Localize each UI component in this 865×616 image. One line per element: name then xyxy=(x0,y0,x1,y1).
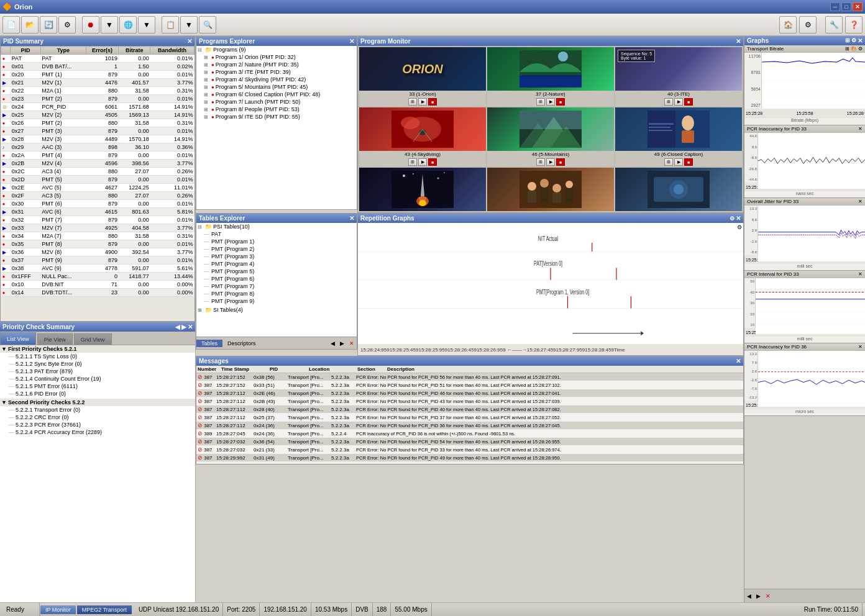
si-expand[interactable]: ⊞ xyxy=(198,307,204,313)
table-pmt4[interactable]: — PMT (Program 4) xyxy=(196,260,357,268)
table-row[interactable]: ▶ 0x28 M2V (3) 4489 1570.18 14.91% xyxy=(1,135,195,143)
tables-nav-right[interactable]: ▶ xyxy=(337,340,347,346)
thumb-img-nature[interactable] xyxy=(487,47,614,91)
pcr-inaccuracy-33-close[interactable]: ✕ xyxy=(858,126,863,132)
toolbar-capture[interactable]: 📋 xyxy=(162,16,179,34)
thumb-btn-zoom-37[interactable]: ⊞ xyxy=(536,98,545,106)
toolbar-open[interactable]: 📂 xyxy=(21,16,39,34)
list-item[interactable]: ⊘ 387 15:28:27:112 0x25 (37) Transport [… xyxy=(196,414,743,422)
table-row[interactable]: ● 0x2A PMT (4) 879 0.00 0.01% xyxy=(1,152,195,160)
program-5[interactable]: ⊞ ● Program 5/ Mountains (PMT PID: 45) xyxy=(196,83,357,91)
program-1[interactable]: ⊞ ● Program 1/ Orion (PMT PID: 32) xyxy=(196,53,357,61)
thumb-img-skydiving[interactable] xyxy=(359,107,486,151)
table-row[interactable]: ● 0x26 PMT (2) 880 31.58 0.31% xyxy=(1,119,195,127)
table-pmt6[interactable]: — PMT (Program 6) xyxy=(196,275,357,283)
table-pmt8[interactable]: — PMT (Program 8) xyxy=(196,290,357,297)
program-7[interactable]: ⊞ ● Program 7/ Launch (PMT PID: 50) xyxy=(196,98,357,106)
program-3[interactable]: ⊞ ● Program 3/ ITE (PMT PID: 39) xyxy=(196,68,357,76)
thumb-img-orion[interactable]: ORION xyxy=(359,47,486,91)
thumb-btn-play-46[interactable]: ▶ xyxy=(546,158,555,166)
priority-nav-left[interactable]: ◀ xyxy=(175,324,180,330)
tb-settings[interactable]: ⚙ xyxy=(858,46,863,52)
toolbar-help[interactable]: ❓ xyxy=(845,16,863,34)
table-row[interactable]: ● 0x1FFF NULL Pac... 0 1418.77 13.44% xyxy=(1,273,195,281)
thumb-img-launch[interactable] xyxy=(359,168,486,211)
table-row[interactable]: ● 0x23 PMT (2) 879 0.00 0.01% xyxy=(1,95,195,103)
thumb-btn-stop-43[interactable]: ■ xyxy=(428,158,437,166)
table-pat[interactable]: — PAT xyxy=(196,230,357,238)
table-row[interactable]: ● 0x01 DVB BAT/... 1 1.50 0.02% xyxy=(1,63,195,71)
thumb-btn-play-43[interactable]: ▶ xyxy=(418,158,427,166)
minimize-button[interactable]: ─ xyxy=(830,2,840,11)
list-item[interactable]: ⊘ 387 15:28:28:952 0x38 (56) Transport [… xyxy=(196,462,743,464)
table-pmt9[interactable]: — PMT (Program 9) xyxy=(196,297,357,305)
tables-tree-scroll[interactable]: ⊟ 📁 PSI Tables(10) — PAT — PMT (Program … xyxy=(196,223,357,337)
table-row[interactable]: ● 0x2D PMT (5) 879 0.00 0.01% xyxy=(1,176,195,184)
tables-nav-left[interactable]: ◀ xyxy=(328,340,337,346)
prog5-expand[interactable]: ⊞ xyxy=(204,84,210,90)
pcr-interval-33-close[interactable]: ✕ xyxy=(858,271,863,277)
toolbar-dropdown1[interactable]: ▼ xyxy=(101,16,118,34)
toolbar-new[interactable]: 📄 xyxy=(2,16,20,34)
graphs-settings[interactable]: ⚙ xyxy=(851,37,856,44)
list-item[interactable]: ⊘ 387 15:28:27:032 0x21 (33) Transport [… xyxy=(196,446,743,454)
programs-tree-scroll[interactable]: ⊟ 📁 Programs (9) ⊞ ● Program 1/ Orion (P… xyxy=(196,46,357,209)
tab-mpeg2-transport[interactable]: MPEG2 Transport xyxy=(77,605,132,614)
rep-scroll-btn[interactable]: ⚙ xyxy=(737,224,742,230)
program-8[interactable]: ⊞ ● Program 8/ People (PMT PID: 53) xyxy=(196,106,357,113)
list-item[interactable]: ⊘ 389 15:28:27:045 0x24 (36) Transport [… xyxy=(196,430,743,438)
thumb-btn-play-49[interactable]: ▶ xyxy=(674,158,683,166)
rep-graphs-close[interactable]: ✕ xyxy=(736,215,741,222)
program-monitor-close[interactable]: ✕ xyxy=(736,38,741,45)
tab-ip-monitor[interactable]: IP Monitor xyxy=(40,605,76,614)
table-row[interactable]: ● 0x20 PMT (1) 879 0.00 0.01% xyxy=(1,71,195,79)
thumb-img-ite[interactable]: Sequence No: 5Byte value: 1 xyxy=(615,47,742,91)
thumb-img-people[interactable] xyxy=(487,168,614,211)
table-row[interactable]: ● 0x32 PMT (7) 879 0.00 0.01% xyxy=(1,216,195,224)
program-4[interactable]: ⊞ ● Program 4/ Skydiving (PMT PID: 42) xyxy=(196,76,357,83)
table-row[interactable]: ● 0x37 PMT (9) 879 0.00 0.01% xyxy=(1,256,195,265)
messages-close[interactable]: ✕ xyxy=(736,358,741,365)
table-row[interactable]: ▶ 0x31 AVC (6) 4615 801.63 5.81% xyxy=(1,208,195,216)
thumb-btn-play-37[interactable]: ▶ xyxy=(546,98,555,106)
program-2[interactable]: ⊞ ● Program 2/ Nature (PMT PID: 35) xyxy=(196,61,357,68)
table-row[interactable]: ▶ 0x2E AVC (5) 4627 1224.25 11.01% xyxy=(1,184,195,192)
prog4-expand[interactable]: ⊞ xyxy=(204,77,210,83)
table-row[interactable]: ● 0x27 PMT (3) 879 0.00 0.01% xyxy=(1,127,195,135)
table-row[interactable]: ● 0x14 DVB:TDT/... 23 0.00 0.00% xyxy=(1,289,195,297)
thumb-btn-zoom-40[interactable]: ⊞ xyxy=(664,98,673,106)
table-row[interactable]: ● 0x30 PMT (6) 879 0.00 0.01% xyxy=(1,200,195,208)
table-row[interactable]: ▶ 0x25 M2V (2) 4505 1569.13 14.91% xyxy=(1,111,195,119)
si-root[interactable]: ⊞ 📁 SI Tables(4) xyxy=(196,306,357,314)
priority-close[interactable]: ✕ xyxy=(188,324,193,330)
toolbar-tools[interactable]: 🔧 xyxy=(825,16,843,34)
tab-grid-view[interactable]: Grid View xyxy=(74,333,112,345)
table-pmt1[interactable]: — PMT (Program 1) xyxy=(196,238,357,245)
pid-table-scroll[interactable]: PID Type Error(s) Bitrate Bandwidth ● PA… xyxy=(1,46,195,319)
toolbar-settings[interactable]: ⚙ xyxy=(58,16,76,34)
toolbar-dropdown3[interactable]: ▼ xyxy=(180,16,198,34)
tab-descriptors[interactable]: Descriptors xyxy=(222,340,261,347)
table-pmt2[interactable]: — PMT (Program 2) xyxy=(196,245,357,253)
priority-nav-right[interactable]: ▶ xyxy=(181,324,186,330)
thumb-btn-stop-46[interactable]: ■ xyxy=(556,158,565,166)
thumb-btn-stop-40[interactable]: ■ xyxy=(684,98,693,106)
table-pmt7[interactable]: — PMT (Program 7) xyxy=(196,283,357,290)
thumb-btn-play-40[interactable]: ▶ xyxy=(674,98,683,106)
graphs-close-bottom[interactable]: ✕ xyxy=(763,593,773,599)
expand-1[interactable]: ▼ xyxy=(1,346,7,352)
table-row[interactable]: ● PAT PAT 1019 0.00 0.01% xyxy=(1,55,195,63)
toolbar-home[interactable]: 🏠 xyxy=(779,16,797,34)
table-row[interactable]: ● 0x35 PMT (8) 879 0.00 0.01% xyxy=(1,240,195,248)
thumb-img-caption[interactable] xyxy=(615,107,742,151)
tables-explorer-close[interactable]: ✕ xyxy=(349,215,354,222)
toolbar-config[interactable]: ⚙ xyxy=(799,16,817,34)
graphs-close[interactable]: ✕ xyxy=(858,37,863,44)
list-item[interactable]: ⊘ 387 15:28:27:152 0x38 (56) Transport [… xyxy=(196,373,743,381)
graphs-zoom[interactable]: ⊞ xyxy=(845,37,850,44)
table-row[interactable]: ▶ 0x38 AVC (9) 4778 591.07 5.61% xyxy=(1,265,195,273)
psi-expand[interactable]: ⊟ xyxy=(198,224,204,230)
pid-summary-close[interactable]: ✕ xyxy=(187,38,192,45)
maximize-button[interactable]: □ xyxy=(841,2,851,11)
tb-color[interactable]: 🎨 xyxy=(851,46,857,52)
